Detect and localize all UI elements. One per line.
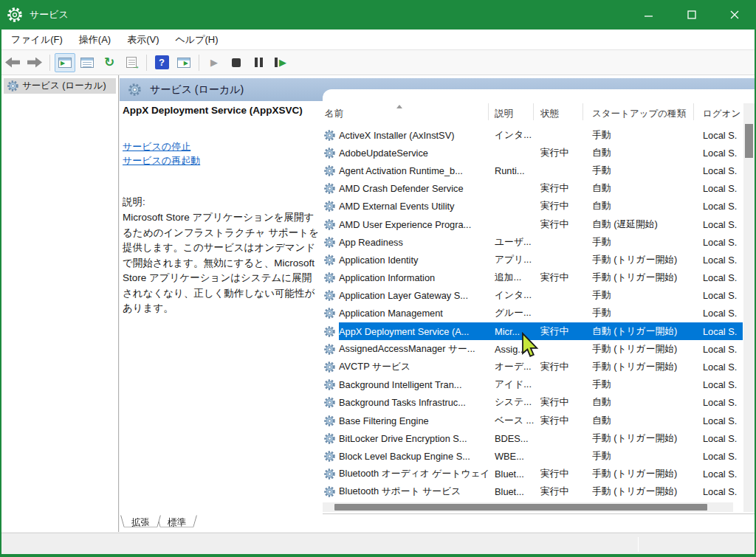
service-logon-cell: Local S. (694, 165, 743, 176)
service-logon-cell: Local S. (694, 361, 743, 373)
table-row[interactable]: App Readiness ユーザ... 手動 Local S. (323, 233, 743, 251)
maximize-button[interactable] (670, 0, 713, 30)
table-row[interactable]: Base Filtering Engine ベース ... 実行中 自動 Loc… (323, 412, 743, 429)
pane-banner-title: サービス (ローカル) (150, 83, 244, 97)
service-startup-type-cell: 自動 (トリガー開始) (583, 325, 694, 338)
service-startup-type-cell: 手動 (トリガー開始) (583, 254, 694, 266)
table-row[interactable]: AMD External Events Utility 実行中 自動 Local… (323, 198, 743, 215)
column-header-startup-type[interactable]: スタートアップの種類 (583, 103, 694, 120)
service-description-cell: インタ... (489, 289, 534, 302)
table-row[interactable]: AssignedAccessManager サー... Assig... 手動 … (323, 340, 743, 358)
service-startup-type-cell: 手動 (583, 165, 694, 177)
service-logon-cell: Local S. (694, 326, 743, 337)
service-name-cell: BitLocker Drive Encryption S... (339, 433, 489, 444)
view-tabs: 拡張 標準 (120, 515, 197, 530)
service-startup-type-cell: 手動 (トリガー開始) (583, 361, 694, 373)
scrollbar-corner (743, 502, 755, 512)
table-row[interactable]: Block Level Backup Engine S... WBE... 手動… (323, 447, 743, 465)
service-name-cell: Bluetooth オーディオ ゲートウェイ... (339, 468, 489, 480)
column-header-description[interactable]: 説明 (489, 103, 534, 120)
table-row[interactable]: Background Intelligent Tran... アイド... 手動… (323, 376, 743, 394)
menu-help[interactable]: ヘルプ(H) (169, 30, 225, 49)
minimize-button[interactable] (628, 0, 670, 30)
close-button[interactable] (713, 0, 756, 30)
table-row[interactable]: Application Layer Gateway S... インタ... 手動… (323, 287, 743, 305)
table-row[interactable]: Application Information 追加... 実行中 手動 (トリ… (323, 269, 743, 287)
service-name-cell: Application Management (339, 308, 489, 319)
menu-action[interactable]: 操作(A) (72, 30, 117, 49)
export-list-button[interactable]: → (121, 53, 142, 72)
service-status-cell: 実行中 (534, 361, 583, 373)
stop-service-link[interactable]: サービスの停止 (123, 139, 320, 153)
console-tree-icon: ▶ (58, 58, 72, 68)
window-border (0, 30, 1, 554)
table-row[interactable]: AdobeUpdateService 実行中 自動 Local S. (323, 144, 743, 162)
service-startup-type-cell: 自動 (583, 200, 694, 212)
pause-service-icon (255, 58, 263, 67)
menu-view[interactable]: 表示(V) (120, 30, 165, 49)
table-row[interactable]: AMD Crash Defender Service 実行中 自動 Local … (323, 180, 743, 198)
tab-standard[interactable]: 標準 (157, 515, 197, 530)
show-action-pane-button[interactable]: ▶ (173, 53, 194, 72)
window-border (0, 554, 756, 557)
properties-button[interactable] (77, 53, 97, 72)
service-logon-cell: Local S. (694, 415, 743, 426)
forward-button[interactable] (24, 53, 45, 72)
table-row[interactable]: BitLocker Drive Encryption S... BDES... … (323, 429, 743, 447)
table-row[interactable]: AVCTP サービス オーデ... 実行中 手動 (トリガー開始) Local … (323, 358, 743, 376)
properties-icon (80, 58, 94, 68)
help-button[interactable]: ? (151, 53, 172, 72)
stop-service-button[interactable] (226, 53, 247, 72)
back-button[interactable] (2, 53, 23, 72)
column-header-status[interactable]: 状態 (534, 103, 583, 120)
start-service-button[interactable]: ▶ (204, 53, 224, 72)
back-icon (5, 58, 20, 68)
horizontal-scrollbar[interactable] (323, 502, 733, 512)
service-description-cell: BDES... (489, 433, 534, 444)
table-row[interactable]: Agent Activation Runtime_b... Runti... 手… (323, 162, 743, 179)
service-status-cell: 実行中 (534, 325, 583, 338)
service-name-cell: AMD External Events Utility (339, 201, 489, 212)
service-description-cell: ベース ... (489, 415, 534, 427)
restart-service-link[interactable]: サービスの再起動 (123, 153, 320, 167)
service-logon-cell: Local S. (694, 255, 743, 266)
show-console-tree-button[interactable]: ▶ (55, 53, 75, 72)
column-header-logon[interactable]: ログオン (694, 103, 743, 120)
table-row[interactable]: Bluetooth オーディオ ゲートウェイ... Bluet... 実行中 手… (323, 466, 743, 483)
table-row[interactable]: Background Tasks Infrastruc... システ... 実行… (323, 394, 743, 412)
service-name-cell: Application Layer Gateway S... (339, 290, 489, 301)
service-gear-icon (323, 397, 339, 408)
table-row[interactable]: AMD User Experience Progra... 実行中 自動 (遅延… (323, 215, 743, 233)
column-header-name[interactable]: 名前 (323, 103, 489, 120)
horizontal-scrollbar-thumb[interactable] (334, 504, 707, 511)
tab-extended[interactable]: 拡張 (120, 515, 161, 530)
table-row[interactable]: AppX Deployment Service (A... Micr... 実行… (323, 322, 743, 340)
vertical-scrollbar-thumb[interactable] (745, 124, 753, 158)
service-status-cell: 実行中 (534, 200, 583, 212)
service-logon-cell: Local S. (694, 308, 743, 319)
service-gear-icon (323, 183, 339, 194)
table-row[interactable]: ActiveX Installer (AxInstSV) インタ... 手動 L… (323, 126, 743, 144)
refresh-button[interactable]: ↻ (99, 53, 120, 72)
tree-item-services-local[interactable]: サービス (ローカル) (4, 78, 116, 94)
menu-file[interactable]: ファイル(F) (4, 30, 69, 49)
service-startup-type-cell: 手動 (583, 378, 694, 391)
service-gear-icon (323, 379, 339, 390)
service-gear-icon (323, 468, 339, 480)
resume-service-button[interactable]: ▶ (270, 53, 291, 72)
service-startup-type-cell: 手動 (トリガー開始) (583, 468, 694, 480)
service-name-cell: Agent Activation Runtime_b... (339, 165, 489, 176)
table-row[interactable]: Bluetooth サポート サービス Bluet... 実行中 手動 (トリガ… (323, 483, 743, 501)
service-logon-cell: Local S. (694, 433, 743, 444)
service-status-cell: 実行中 (534, 396, 583, 409)
service-description-cell: 追加... (489, 271, 534, 284)
vertical-scrollbar[interactable] (743, 103, 755, 505)
service-name-cell: AMD User Experience Progra... (339, 219, 489, 230)
pause-service-button[interactable] (248, 53, 269, 72)
service-name-cell: Base Filtering Engine (339, 415, 489, 426)
table-row[interactable]: Application Management グルー... 手動 Local S… (323, 305, 743, 322)
services-list-panel: 名前 説明 状態 スタートアップの種類 ログオン ActiveX Install… (323, 89, 755, 515)
service-logon-cell: Local S. (694, 468, 743, 480)
table-row[interactable]: Application Identity アプリ... 手動 (トリガー開始) … (323, 251, 743, 269)
service-startup-type-cell: 手動 (トリガー開始) (583, 485, 694, 498)
